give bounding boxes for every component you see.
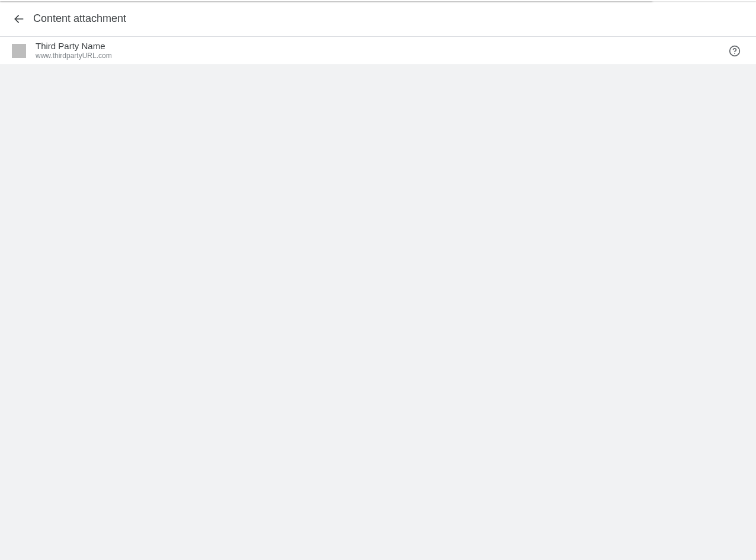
header-bar: Content attachment: [0, 1, 756, 37]
provider-url: www.thirdpartyURL.com: [36, 52, 728, 60]
help-button[interactable]: [728, 44, 742, 58]
back-button[interactable]: [12, 12, 26, 26]
provider-bar: Third Party Name www.thirdpartyURL.com: [0, 37, 756, 65]
top-divider: [0, 0, 756, 1]
content-area: [0, 65, 756, 560]
help-icon: [729, 45, 741, 57]
provider-name: Third Party Name: [36, 41, 728, 52]
page-title: Content attachment: [33, 12, 126, 25]
provider-info: Third Party Name www.thirdpartyURL.com: [36, 41, 728, 60]
arrow-back-icon: [13, 13, 25, 25]
provider-logo: [12, 44, 26, 58]
